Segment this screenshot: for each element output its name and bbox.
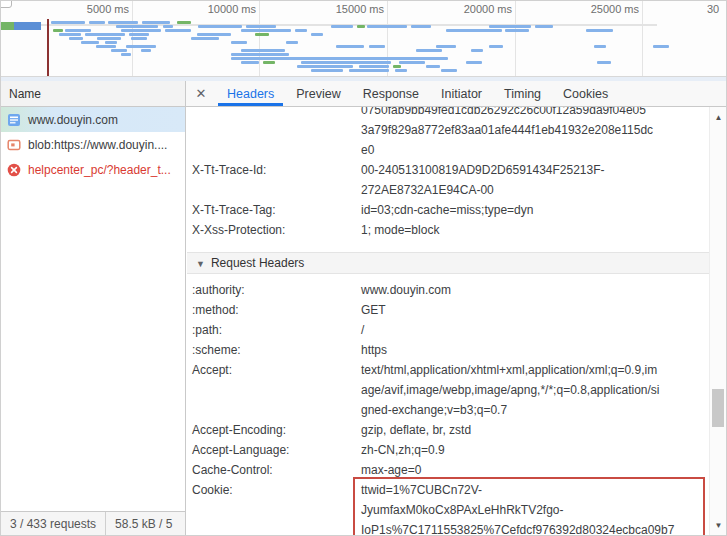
waterfall-bar xyxy=(85,33,125,36)
waterfall-bar xyxy=(586,29,613,32)
detail-tab-bar: ✕ HeadersPreviewResponseInitiatorTimingC… xyxy=(186,81,727,106)
transferred-size: 58.5 kB / 5 xyxy=(106,517,181,531)
overview-bar-green-segment xyxy=(1,22,14,30)
scroll-down-arrow-icon[interactable]: ▼ xyxy=(710,517,727,533)
header-value: / xyxy=(361,320,709,340)
waterfall-bar xyxy=(399,61,425,64)
timeline-label: 20000 ms xyxy=(464,3,512,15)
request-row[interactable]: blob:https://www.douyin.... xyxy=(1,132,185,157)
timeline-gridline xyxy=(642,1,643,76)
waterfall-bar xyxy=(471,49,483,52)
waterfall-bar xyxy=(297,65,353,68)
waterfall-bar xyxy=(349,69,389,72)
request-row[interactable]: www.douyin.com xyxy=(1,107,185,132)
header-name xyxy=(192,107,361,160)
header-row: 0750fab9bb49fed1cdb26292c26c00f12a59da9f… xyxy=(187,107,709,160)
waterfall-bar xyxy=(69,37,83,40)
waterfall-bar xyxy=(231,41,247,44)
header-name: Accept: xyxy=(192,360,361,420)
header-name: :method: xyxy=(192,300,361,320)
waterfall-bar xyxy=(357,25,365,28)
network-overview[interactable]: 5000 ms10000 ms15000 ms20000 ms25000 ms3… xyxy=(1,1,727,76)
waterfall-bar xyxy=(653,45,669,48)
tab-cookies[interactable]: Cookies xyxy=(552,81,619,106)
waterfall-bar xyxy=(116,25,158,28)
header-row: Accept-Encoding:gzip, deflate, br, zstd xyxy=(187,420,709,440)
waterfall-bar xyxy=(121,29,161,32)
waterfall-bar xyxy=(108,21,138,24)
waterfall-bar xyxy=(65,29,91,32)
header-name: Accept-Language: xyxy=(192,440,361,460)
waterfall-bar xyxy=(359,65,389,68)
waterfall-bar xyxy=(51,21,85,24)
waterfall-bar xyxy=(97,37,121,40)
waterfall-bar xyxy=(426,65,440,68)
scrollbar-thumb[interactable] xyxy=(712,389,724,427)
scroll-up-arrow-icon[interactable]: ▲ xyxy=(710,109,727,125)
load-event-marker-line xyxy=(47,19,49,76)
overview-corner-box xyxy=(1,1,12,8)
timeline-label: 5000 ms xyxy=(87,3,129,15)
timeline-label: 10000 ms xyxy=(208,3,256,15)
waterfall-bar xyxy=(121,53,131,56)
selected-request-overview-bar xyxy=(1,22,41,30)
media-icon xyxy=(7,138,21,152)
request-list: www.douyin.comblob:https://www.douyin...… xyxy=(1,107,186,511)
header-name: :authority: xyxy=(192,280,361,300)
waterfall-bar xyxy=(131,37,147,40)
waterfall-bar xyxy=(59,33,81,36)
tab-initiator[interactable]: Initiator xyxy=(430,81,493,106)
document-icon xyxy=(7,113,21,127)
header-row: Cookie:ttwid=1%7CUBCn72V- JyumfaxM0koCx8… xyxy=(187,480,709,535)
waterfall-bar xyxy=(231,57,448,60)
tab-timing[interactable]: Timing xyxy=(493,81,552,106)
waterfall-bar xyxy=(369,45,385,48)
waterfall-bar xyxy=(255,33,269,36)
header-row: :method:GET xyxy=(187,300,709,320)
waterfall-bar xyxy=(81,41,99,44)
tab-response[interactable]: Response xyxy=(352,81,430,106)
header-name: Cache-Control: xyxy=(192,460,361,480)
waterfall-bar xyxy=(165,29,191,32)
request-headers-section-title: Request Headers xyxy=(211,256,304,270)
waterfall-bar xyxy=(505,29,529,32)
waterfall-bar xyxy=(295,29,307,32)
waterfall-bar xyxy=(142,21,170,24)
header-name: X-Tt-Trace-Id: xyxy=(192,160,361,200)
waterfall-bar xyxy=(311,69,343,72)
network-summary-bar: 3 / 433 requests 58.5 kB / 5 xyxy=(1,511,186,535)
waterfall-bar xyxy=(336,45,364,48)
header-name: X-Xss-Protection: xyxy=(192,220,361,240)
waterfall-bar xyxy=(395,69,407,72)
waterfall-bar xyxy=(246,25,276,28)
name-column-header[interactable]: Name xyxy=(1,81,186,106)
header-value: www.douyin.com xyxy=(361,280,709,300)
requests-count: 3 / 433 requests xyxy=(1,517,105,531)
collapse-triangle-icon: ▼ xyxy=(196,259,205,269)
tab-headers[interactable]: Headers xyxy=(216,81,285,106)
waterfall-bar xyxy=(96,45,116,48)
header-row: :scheme:https xyxy=(187,340,709,360)
overview-bar-blue-segment xyxy=(14,22,41,30)
waterfall-bar xyxy=(597,61,611,64)
waterfall-bar xyxy=(367,25,407,28)
request-row[interactable]: helpcenter_pc/?header_t... xyxy=(1,157,185,182)
waterfall-bar xyxy=(105,41,117,44)
request-headers-section-toggle[interactable]: ▼Request Headers xyxy=(187,252,709,274)
cookie-value-highlighted: ttwid=1%7CUBCn72V- JyumfaxM0koCx8PAxLeHh… xyxy=(353,477,705,535)
tab-preview[interactable]: Preview xyxy=(285,81,351,106)
waterfall-bar xyxy=(197,33,231,36)
headers-scrollbar[interactable]: ▲ ▼ xyxy=(709,107,726,535)
waterfall-bar xyxy=(489,25,531,28)
header-row: X-Tt-Trace-Id:00-240513100819AD9D2D65914… xyxy=(187,160,709,200)
error-icon xyxy=(7,163,21,177)
devtools-network-panel: 5000 ms10000 ms15000 ms20000 ms25000 ms3… xyxy=(0,0,727,536)
close-detail-button[interactable]: ✕ xyxy=(186,81,216,106)
waterfall-bar xyxy=(446,29,502,32)
header-row: X-Tt-Trace-Tag:id=03;cdn-cache=miss;type… xyxy=(187,200,709,220)
header-row: Accept:text/html,application/xhtml+xml,a… xyxy=(187,360,709,420)
waterfall-bar xyxy=(53,29,63,32)
timeline-label-partial: 30 xyxy=(707,3,719,15)
header-name: Accept-Encoding: xyxy=(192,420,361,440)
request-name: blob:https://www.douyin.... xyxy=(28,138,167,152)
